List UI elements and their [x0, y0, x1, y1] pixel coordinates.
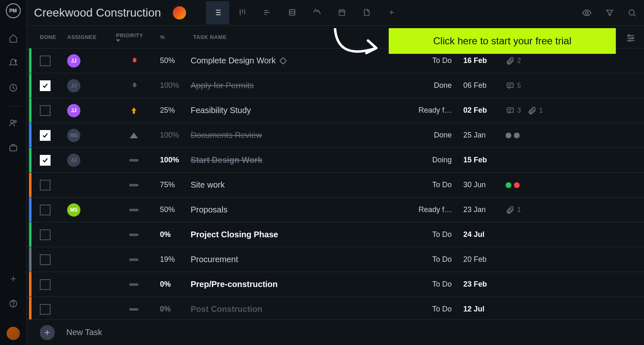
- task-date[interactable]: 12 Jul: [452, 305, 497, 314]
- task-status[interactable]: Done: [406, 81, 452, 90]
- task-row[interactable]: MS50%ProposalsReady f…23 Jan1: [27, 197, 644, 222]
- help-icon[interactable]: [5, 295, 22, 312]
- files-view-tab[interactable]: [355, 1, 378, 24]
- col-header-done[interactable]: DONE: [40, 34, 67, 40]
- done-checkbox[interactable]: [40, 130, 51, 141]
- task-row[interactable]: JJ100%Apply for PermitsDone06 Feb5: [27, 73, 644, 98]
- task-date[interactable]: 20 Feb: [452, 255, 497, 264]
- percent-complete[interactable]: 19%: [160, 255, 191, 264]
- columns-settings-icon[interactable]: [626, 33, 636, 43]
- task-row[interactable]: 19%ProcurementTo Do20 Feb: [27, 247, 644, 272]
- priority-indicator[interactable]: [116, 283, 160, 286]
- task-date[interactable]: 23 Feb: [452, 280, 497, 289]
- home-icon[interactable]: [5, 30, 22, 46]
- tag-indicators[interactable]: [506, 133, 520, 138]
- col-header-percent[interactable]: %: [160, 34, 191, 40]
- priority-indicator[interactable]: [116, 184, 160, 186]
- new-task-row[interactable]: New Task: [27, 319, 644, 345]
- tag-indicators[interactable]: [506, 182, 520, 188]
- add-view-tab[interactable]: [380, 1, 403, 24]
- task-row[interactable]: 75%Site workTo Do30 Jun: [27, 172, 644, 197]
- priority-indicator[interactable]: [116, 106, 160, 115]
- done-checkbox[interactable]: [40, 205, 51, 215]
- attachments-count[interactable]: 1: [528, 106, 543, 115]
- col-header-assignee[interactable]: ASSIGNEE: [67, 34, 116, 40]
- priority-indicator[interactable]: [116, 209, 160, 211]
- percent-complete[interactable]: 0%: [160, 230, 191, 239]
- task-date[interactable]: 15 Feb: [452, 156, 497, 164]
- assignee-avatar[interactable]: JJ: [67, 154, 80, 167]
- comments-count[interactable]: 5: [506, 82, 521, 90]
- notifications-icon[interactable]: [5, 55, 22, 71]
- task-name[interactable]: Prep/Pre-construction: [191, 280, 406, 289]
- task-date[interactable]: 16 Feb: [452, 56, 497, 65]
- done-checkbox[interactable]: [40, 279, 51, 290]
- task-name[interactable]: Site work: [191, 180, 406, 190]
- task-status[interactable]: To Do: [406, 181, 452, 189]
- done-checkbox[interactable]: [40, 155, 51, 166]
- task-status[interactable]: To Do: [406, 56, 452, 65]
- task-status[interactable]: To Do: [406, 230, 452, 239]
- task-date[interactable]: 25 Jan: [452, 131, 497, 140]
- task-name[interactable]: Proposals: [191, 205, 406, 215]
- priority-indicator[interactable]: [116, 81, 160, 90]
- calendar-view-tab[interactable]: [330, 1, 353, 24]
- user-avatar[interactable]: [7, 327, 20, 340]
- project-title[interactable]: Creekwood Construction: [34, 6, 161, 19]
- task-name[interactable]: Complete Design Work: [191, 56, 406, 65]
- assignee-avatar[interactable]: JJ: [67, 79, 80, 92]
- priority-indicator[interactable]: [116, 308, 160, 311]
- percent-complete[interactable]: 50%: [160, 205, 191, 214]
- team-icon[interactable]: [5, 115, 22, 131]
- task-row[interactable]: JJ100%Start Design WorkDoing15 Feb: [27, 147, 644, 172]
- task-date[interactable]: 06 Feb: [452, 81, 497, 90]
- percent-complete[interactable]: 50%: [160, 56, 191, 65]
- task-row[interactable]: MS100%Documents ReviewDone25 Jan: [27, 123, 644, 147]
- done-checkbox[interactable]: [40, 180, 51, 191]
- portfolio-icon[interactable]: [5, 140, 22, 156]
- percent-complete[interactable]: 75%: [160, 181, 191, 189]
- list-view-tab[interactable]: [206, 1, 229, 24]
- task-name[interactable]: Post Construction: [191, 304, 406, 314]
- filter-icon[interactable]: [605, 8, 614, 17]
- task-status[interactable]: Ready f…: [406, 106, 452, 115]
- done-checkbox[interactable]: [40, 304, 51, 315]
- add-task-button[interactable]: [40, 325, 55, 340]
- task-row[interactable]: 0%Project Closing PhaseTo Do24 Jul: [27, 222, 644, 247]
- task-row[interactable]: 0%Prep/Pre-constructionTo Do23 Feb: [27, 272, 644, 297]
- task-status[interactable]: To Do: [406, 255, 452, 264]
- priority-indicator[interactable]: [116, 133, 160, 138]
- sheet-view-tab[interactable]: [281, 1, 304, 24]
- assignee-avatar[interactable]: MS: [67, 129, 80, 142]
- priority-indicator[interactable]: [116, 56, 160, 65]
- task-name[interactable]: Project Closing Phase: [191, 230, 406, 239]
- dashboard-view-tab[interactable]: [305, 1, 329, 24]
- task-date[interactable]: 02 Feb: [452, 106, 497, 115]
- visibility-icon[interactable]: [582, 8, 592, 18]
- percent-complete[interactable]: 0%: [160, 305, 191, 314]
- attachments-count[interactable]: 2: [506, 56, 521, 65]
- assignee-avatar[interactable]: JJ: [67, 104, 80, 117]
- recent-icon[interactable]: [5, 80, 22, 96]
- task-row[interactable]: JJ25%Feasibility StudyReady f…02 Feb31: [27, 98, 644, 123]
- col-header-priority[interactable]: PRIORITY: [116, 32, 160, 42]
- task-row[interactable]: 0%Post ConstructionTo Do12 Jul: [27, 297, 644, 319]
- task-date[interactable]: 30 Jun: [452, 181, 497, 189]
- cta-banner[interactable]: Click here to start your free trial: [389, 28, 616, 54]
- search-icon[interactable]: [627, 8, 637, 17]
- percent-complete[interactable]: 100%: [160, 81, 191, 90]
- task-status[interactable]: To Do: [406, 280, 452, 289]
- done-checkbox[interactable]: [40, 254, 51, 265]
- task-date[interactable]: 23 Jan: [452, 205, 497, 214]
- task-status[interactable]: Ready f…: [406, 205, 452, 214]
- priority-indicator[interactable]: [116, 258, 160, 261]
- task-name[interactable]: Apply for Permits: [191, 81, 406, 90]
- comments-count[interactable]: 3: [506, 106, 521, 115]
- task-date[interactable]: 24 Jul: [452, 230, 497, 239]
- assignee-avatar[interactable]: JJ: [67, 54, 80, 68]
- done-checkbox[interactable]: [40, 55, 51, 66]
- percent-complete[interactable]: 0%: [160, 280, 191, 289]
- task-status[interactable]: Doing: [406, 156, 452, 164]
- done-checkbox[interactable]: [40, 229, 51, 240]
- app-logo[interactable]: PM: [6, 3, 21, 18]
